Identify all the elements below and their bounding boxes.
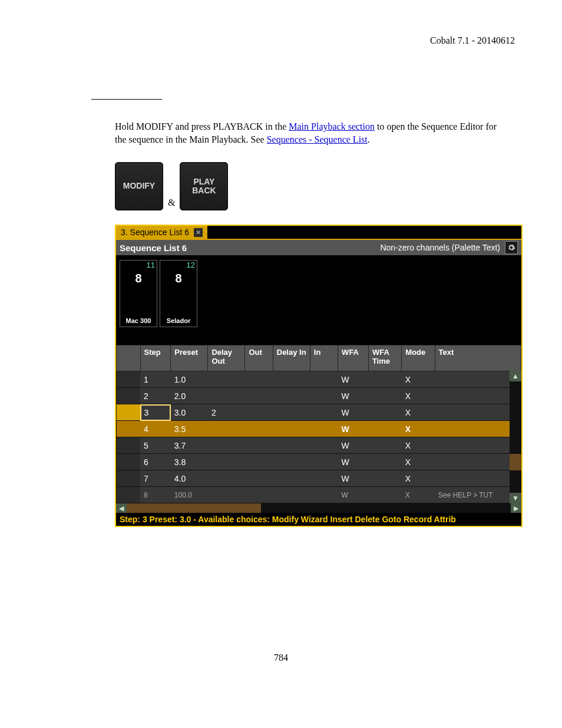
table-cell bbox=[368, 470, 401, 487]
table-cell bbox=[435, 454, 521, 470]
table-cell: W bbox=[338, 371, 369, 388]
table-cell bbox=[435, 404, 521, 421]
table-cell: 3 bbox=[140, 404, 171, 421]
sequence-editor-screenshot: 3. Sequence List 6 ✕ Sequence List 6 Non… bbox=[115, 225, 523, 527]
table-cell bbox=[208, 454, 245, 470]
scroll-up-icon[interactable]: ▲ bbox=[510, 371, 521, 381]
table-cell: 7 bbox=[140, 470, 171, 487]
table-cell: W bbox=[338, 421, 369, 437]
table-cell bbox=[368, 437, 401, 454]
key-row: MODIFY & PLAY BACK bbox=[115, 162, 518, 210]
scroll-thumb[interactable] bbox=[510, 454, 521, 470]
table-cell: 100.0 bbox=[171, 487, 208, 503]
scroll-thumb-h[interactable] bbox=[127, 503, 261, 513]
column-header[interactable] bbox=[117, 345, 141, 371]
table-cell: 3.8 bbox=[171, 454, 208, 470]
column-header[interactable]: Out bbox=[245, 345, 273, 371]
close-icon[interactable]: ✕ bbox=[194, 228, 203, 237]
table-cell bbox=[245, 487, 273, 503]
window-title: Sequence List 6 bbox=[120, 243, 187, 253]
table-row[interactable]: 43.5WX bbox=[117, 421, 521, 437]
scroll-down-icon[interactable]: ▼ bbox=[510, 493, 521, 503]
table-cell bbox=[310, 487, 338, 503]
table-cell bbox=[208, 470, 245, 487]
table-cell bbox=[273, 470, 310, 487]
table-row[interactable]: 74.0WX bbox=[117, 470, 521, 487]
table-cell bbox=[273, 454, 310, 470]
table-cell: 3.0 bbox=[171, 404, 208, 421]
table-cell bbox=[273, 437, 310, 454]
tab-sequence-list[interactable]: 3. Sequence List 6 ✕ bbox=[116, 226, 207, 239]
table-cell bbox=[435, 371, 521, 388]
column-header[interactable]: Text bbox=[435, 345, 521, 371]
column-header[interactable]: Preset bbox=[171, 345, 208, 371]
table-cell bbox=[245, 388, 273, 404]
table-cell: W bbox=[338, 487, 369, 503]
column-header[interactable]: Mode bbox=[402, 345, 435, 371]
horizontal-scrollbar[interactable]: ◀ ▶ bbox=[116, 503, 521, 513]
channel-number: 12 bbox=[160, 261, 197, 269]
modify-key: MODIFY bbox=[115, 162, 163, 210]
column-header[interactable]: Delay In bbox=[273, 345, 310, 371]
table-cell: 6 bbox=[140, 454, 171, 470]
scroll-track[interactable] bbox=[510, 381, 521, 493]
playback-key: PLAY BACK bbox=[180, 162, 228, 210]
channel-box[interactable]: 118Mac 300 bbox=[120, 260, 157, 327]
table-cell bbox=[435, 470, 521, 487]
table-cell: W bbox=[338, 454, 369, 470]
table-row[interactable]: 63.8WX bbox=[117, 454, 521, 470]
body-paragraph: Hold MODIFY and press PLAYBACK in the Ma… bbox=[115, 120, 504, 146]
table-cell bbox=[435, 437, 521, 454]
column-header[interactable]: In bbox=[310, 345, 338, 371]
table-cell bbox=[245, 470, 273, 487]
table-cell bbox=[117, 388, 141, 404]
scroll-right-icon[interactable]: ▶ bbox=[511, 503, 521, 513]
scroll-track-h[interactable] bbox=[127, 503, 511, 513]
body-text-post: . bbox=[368, 134, 370, 144]
table-cell bbox=[435, 388, 521, 404]
table-cell bbox=[117, 437, 141, 454]
column-header[interactable]: Delay Out bbox=[208, 345, 245, 371]
vertical-scrollbar[interactable]: ▲ ▼ bbox=[510, 371, 521, 503]
table-cell: 4 bbox=[140, 421, 171, 437]
table-cell bbox=[368, 404, 401, 421]
channel-mode-label: Non-zero channels (Palette Text) bbox=[380, 243, 500, 252]
table-cell bbox=[208, 487, 245, 503]
table-cell: 3.7 bbox=[171, 437, 208, 454]
table-cell: 3.5 bbox=[171, 421, 208, 437]
table-cell: See HELP > TUT bbox=[435, 487, 521, 503]
table-row[interactable]: 8100.0WXSee HELP > TUT bbox=[117, 487, 521, 503]
table-cell: 2.0 bbox=[171, 388, 208, 404]
sequence-table-wrap: StepPresetDelay OutOutDelay InInWFAWFA T… bbox=[116, 345, 521, 503]
header-version: Cobalt 7.1 - 20140612 bbox=[91, 35, 518, 46]
gear-icon[interactable] bbox=[505, 241, 518, 254]
table-cell bbox=[117, 487, 141, 503]
scroll-left-icon[interactable]: ◀ bbox=[116, 503, 127, 513]
table-row[interactable]: 22.0WX bbox=[117, 388, 521, 404]
column-header[interactable]: WFA bbox=[338, 345, 369, 371]
table-cell bbox=[117, 454, 141, 470]
table-cell bbox=[208, 421, 245, 437]
table-cell bbox=[208, 371, 245, 388]
table-cell: X bbox=[402, 437, 435, 454]
table-cell bbox=[310, 404, 338, 421]
table-row[interactable]: 53.7WX bbox=[117, 437, 521, 454]
table-row[interactable]: 33.02WX bbox=[117, 404, 521, 421]
column-header[interactable]: WFA Time bbox=[368, 345, 401, 371]
table-cell: X bbox=[402, 388, 435, 404]
section-divider bbox=[91, 99, 162, 100]
table-cell bbox=[310, 454, 338, 470]
table-cell: W bbox=[338, 437, 369, 454]
link-main-playback[interactable]: Main Playback section bbox=[289, 121, 375, 131]
table-cell bbox=[310, 371, 338, 388]
table-cell: 1.0 bbox=[171, 371, 208, 388]
channel-value: 8 bbox=[120, 269, 157, 315]
table-row[interactable]: 11.0WX bbox=[117, 371, 521, 388]
table-cell bbox=[368, 487, 401, 503]
table-cell bbox=[368, 421, 401, 437]
column-header[interactable]: Step bbox=[140, 345, 171, 371]
table-cell bbox=[310, 470, 338, 487]
table-cell bbox=[245, 437, 273, 454]
link-sequence-list[interactable]: Sequences - Sequence List bbox=[267, 134, 368, 144]
channel-box[interactable]: 128Selador bbox=[160, 260, 197, 327]
